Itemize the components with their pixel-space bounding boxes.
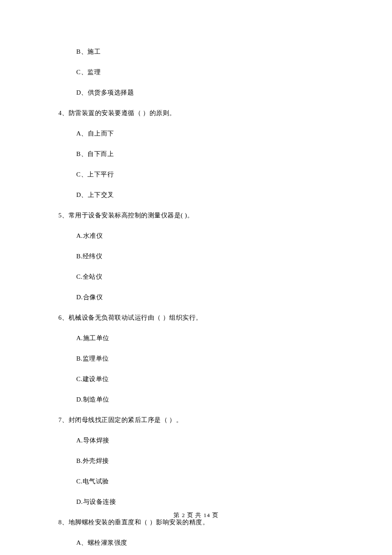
q3-option-c: C、监理 — [58, 68, 334, 76]
q4-stem: 4、防雷装置的安装要遵循（ ）的原则。 — [58, 109, 334, 117]
q3-option-b: B、施工 — [58, 48, 334, 55]
q7-option-b: B.外壳焊接 — [58, 457, 334, 465]
q6-option-b: B.监理单位 — [58, 355, 334, 362]
q5-option-a: A.水准仪 — [58, 232, 334, 240]
q5-option-c: C.全站仪 — [58, 273, 334, 280]
q4-option-d: D、上下交叉 — [58, 191, 334, 199]
q5-option-d: D.合像仪 — [58, 293, 334, 301]
q7-option-a: A.导体焊接 — [58, 436, 334, 444]
q7-option-c: C.电气试验 — [58, 477, 334, 485]
q3-option-d: D、供货多项选择题 — [58, 89, 334, 96]
q5-stem: 5、常用于设备安装标高控制的测量仪器是( )。 — [58, 211, 334, 219]
q6-stem: 6、机械设备无负荷联动试运行由（ ）组织实行。 — [58, 314, 334, 321]
q5-option-b: B.经纬仪 — [58, 252, 334, 260]
q8-option-a: A、螺栓灌浆强度 — [58, 539, 334, 546]
document-page: B、施工 C、监理 D、供货多项选择题 4、防雷装置的安装要遵循（ ）的原则。 … — [0, 0, 392, 555]
q4-option-a: A、自上而下 — [58, 130, 334, 137]
q4-option-b: B、自下而上 — [58, 150, 334, 158]
q8-stem: 8、地脚螺栓安装的垂直度和（ ）影响安装的精度。 — [58, 518, 334, 526]
q6-option-a: A.施工单位 — [58, 334, 334, 342]
q6-option-d: D.制造单位 — [58, 396, 334, 403]
q4-option-c: C、上下平行 — [58, 171, 334, 178]
q7-stem: 7、封闭母线找正固定的紧后工序是（ ）。 — [58, 416, 334, 424]
page-number: 第 2 页 共 14 页 — [0, 512, 392, 519]
q6-option-c: C.建设单位 — [58, 375, 334, 383]
q7-option-d: D.与设备连接 — [58, 498, 334, 506]
